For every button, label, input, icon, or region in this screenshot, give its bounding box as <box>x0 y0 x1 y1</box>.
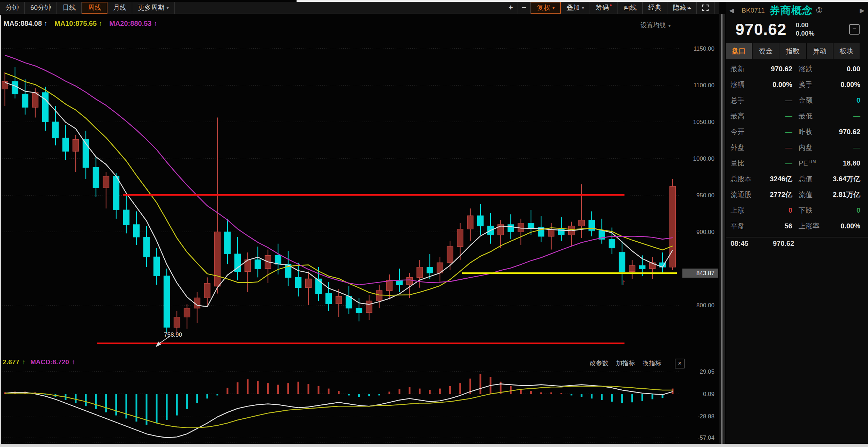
buy-signal-arrow-icon: ↑ <box>622 277 626 287</box>
toolbar-button-chips[interactable]: 筹码● <box>590 2 618 14</box>
quote-row: 外盘—内盘— <box>726 140 868 155</box>
quote-label: 下跌 <box>799 206 829 215</box>
main-chart[interactable]: 1150.001100.001050.001000.00950.00900.00… <box>0 0 719 447</box>
quote-label: 今开 <box>731 127 761 137</box>
quote-label: 最低 <box>799 111 829 121</box>
toolbar-button-monthly[interactable]: 月线 <box>107 2 132 14</box>
quote-value: 0 <box>761 206 792 214</box>
next-stock-icon[interactable]: ▶ <box>860 7 865 14</box>
toolbar-button-overlay[interactable]: 叠加▾ <box>561 2 590 14</box>
kline-macd-canvas: 1150.001100.001050.001000.00950.00900.00… <box>0 0 719 447</box>
toolbar-button-label: 经典 <box>648 3 661 12</box>
minimize-panel-button[interactable]: − <box>849 24 860 35</box>
quote-label-sup: TTM <box>808 159 816 163</box>
toolbar-button-hide[interactable]: 隐藏▸▸ <box>667 2 697 14</box>
vertical-scrollbar[interactable] <box>719 14 725 444</box>
quote-label: 总值 <box>799 174 829 184</box>
ma-indicator-bar: MA5:884.08↑MA10:875.65↑MA20:880.53↑ <box>3 20 157 28</box>
svg-text:29.05: 29.05 <box>699 368 714 375</box>
svg-text:1050.00: 1050.00 <box>693 119 714 125</box>
toolbar-button-classic[interactable]: 经典 <box>643 2 667 14</box>
toolbar-button-60min[interactable]: 60分钟 <box>25 2 57 14</box>
toolbar-button-zoom-in[interactable]: + <box>504 2 518 14</box>
quote-label: 内盘 <box>799 143 829 152</box>
stock-code: BK0711 <box>742 7 765 14</box>
ma5-value: MA5:884.08 <box>3 20 42 27</box>
chevron-down-icon: ▾ <box>166 5 169 10</box>
toolbar-button-label: 叠加 <box>567 3 580 12</box>
change-value: 0.00 <box>796 21 815 29</box>
macd-action-0[interactable]: 改参数 <box>590 359 608 367</box>
svg-text:900.00: 900.00 <box>696 229 714 235</box>
prev-stock-icon[interactable]: ◀ <box>729 7 734 14</box>
quote-label: 最新 <box>731 64 761 74</box>
toolbar-button-label: 复权 <box>537 3 550 12</box>
ma-settings-button[interactable]: 设置均线▾ <box>641 21 671 29</box>
horizontal-scrollbar[interactable] <box>0 444 868 447</box>
ma5-up-arrow-icon: ↑ <box>44 20 47 27</box>
toolbar-button-label: + <box>509 3 513 12</box>
svg-text:800.00: 800.00 <box>696 302 714 309</box>
quote-label: 总股本 <box>731 174 761 184</box>
toolbar-button-label: 更多周期 <box>138 3 164 12</box>
quote-label: 换手 <box>799 80 829 89</box>
quote-row: 流通股2772亿流值2.81万亿 <box>726 187 868 203</box>
red-dot-icon: ● <box>609 3 612 7</box>
macd-up-arrow-icon: ↑ <box>72 358 75 366</box>
change-percent: 0.00% <box>796 29 815 38</box>
quote-value: — <box>829 144 860 152</box>
quote-value: — <box>761 112 792 120</box>
macd-value: MACD:8.720 <box>30 358 69 366</box>
ma10-up-arrow-icon: ↑ <box>99 20 102 27</box>
toolbar-button-label: 月线 <box>113 3 126 12</box>
quote-row: 总手—金额0 <box>726 93 868 108</box>
quote-label: 流通股 <box>731 190 761 199</box>
tab-pankou[interactable]: 盘口 <box>726 43 753 59</box>
ma20-value: MA20:880.53 <box>109 20 151 27</box>
svg-text:-57.04: -57.04 <box>698 434 714 441</box>
tools-toolbar: +−复权▾叠加▾筹码●画线经典隐藏▸▸ <box>504 2 715 14</box>
toolbar-button-zoom-out[interactable]: − <box>517 2 531 14</box>
macd-indicator-bar: 2.677↑MACD:8.720↑ <box>3 358 75 366</box>
svg-text:0.09: 0.09 <box>703 391 714 397</box>
toolbar-button-fullscreen[interactable] <box>697 2 714 14</box>
toolbar-button-adjust[interactable]: 复权▾ <box>531 2 561 14</box>
quote-value: 18.80 <box>829 159 860 167</box>
quote-label: 涨幅 <box>731 80 761 89</box>
toolbar-button-draw-line[interactable]: 画线 <box>618 2 643 14</box>
quote-value: 0.00 <box>829 65 860 73</box>
toolbar-button-daily[interactable]: 日线 <box>57 2 82 14</box>
quote-row: 平盘56上涨率0.00% <box>726 218 868 234</box>
info-icon[interactable]: ① <box>816 6 823 15</box>
quote-value: 0.00% <box>829 81 860 89</box>
svg-text:950.00: 950.00 <box>696 192 714 199</box>
macd-histogram <box>4 374 674 425</box>
quote-row: 今开—昨收970.62 <box>726 124 868 140</box>
chevron-down-icon: ▾ <box>552 5 555 10</box>
price-change: 0.00 0.00% <box>796 21 815 38</box>
quote-label: 上涨率 <box>799 221 829 231</box>
quote-value: 0.00% <box>829 222 860 230</box>
stock-name: 券商概念 <box>770 3 813 18</box>
quote-label: 金额 <box>799 96 829 105</box>
toolbar-button-weekly[interactable]: 周线 <box>82 2 107 14</box>
tab-yidong[interactable]: 异动 <box>807 43 833 59</box>
low-price-annotation: 758.90 <box>164 331 182 338</box>
quote-value: 970.62 <box>761 65 792 73</box>
tab-zijin[interactable]: 资金 <box>753 43 779 59</box>
close-indicator-button[interactable]: × <box>675 359 684 368</box>
tab-zhishu[interactable]: 指数 <box>779 43 806 59</box>
candlesticks <box>2 67 676 336</box>
tab-bankuai[interactable]: 板块 <box>833 43 860 59</box>
app-root: 1150.001100.001050.001000.00950.00900.00… <box>0 0 868 447</box>
toolbar-button-label: 分钟 <box>6 3 19 12</box>
macd-action-1[interactable]: 加指标 <box>616 359 635 367</box>
toolbar-button-minutes[interactable]: 分钟 <box>0 2 25 14</box>
quote-value: — <box>761 159 792 167</box>
quote-row: 涨幅0.00%换手0.00% <box>726 77 868 93</box>
quote-value: 0.00% <box>761 81 792 89</box>
macd-action-2[interactable]: 换指标 <box>643 359 661 367</box>
dea-up-arrow-icon: ↑ <box>22 358 26 366</box>
quote-label: 外盘 <box>731 143 761 152</box>
toolbar-button-more-periods[interactable]: 更多周期▾ <box>132 2 175 14</box>
